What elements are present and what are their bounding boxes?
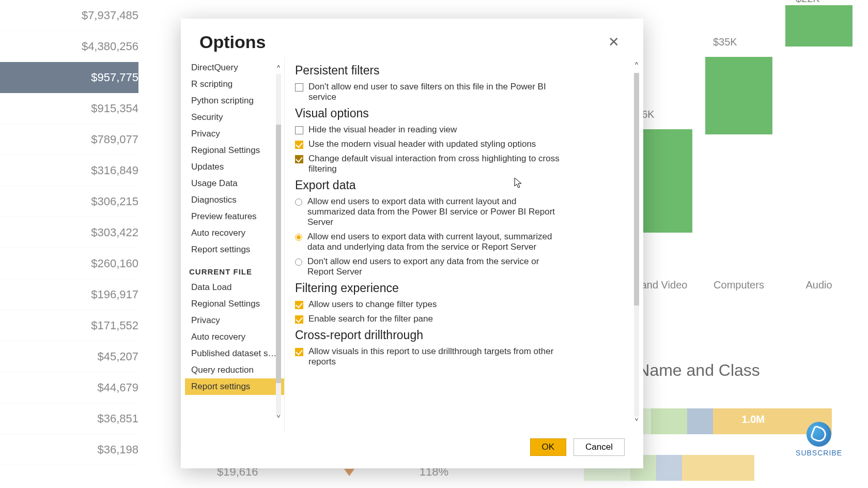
sidebar-item[interactable]: Report settings xyxy=(185,241,284,258)
axis-cat-1: Computers xyxy=(703,279,775,291)
sidebar-item[interactable]: Regional Settings xyxy=(185,142,284,159)
checkbox-modern-header[interactable]: Use the modern visual header with update… xyxy=(295,139,564,149)
sidebar-item[interactable]: Auto recovery xyxy=(185,329,284,345)
checkbox-input[interactable] xyxy=(295,155,303,163)
content-scrollbar-thumb[interactable] xyxy=(634,73,639,306)
table-row[interactable]: $44,679 xyxy=(0,372,138,403)
stacked-seg xyxy=(651,408,687,434)
sidebar-item[interactable]: Query reduction xyxy=(185,362,284,378)
content-scroll-down-icon[interactable]: ˅ xyxy=(632,417,641,429)
radio-input[interactable] xyxy=(295,234,302,241)
table-row[interactable]: $915,354 xyxy=(0,93,138,124)
dialog-footer: OK Cancel xyxy=(181,432,643,468)
checkbox-input[interactable] xyxy=(295,301,303,309)
close-button[interactable]: ✕ xyxy=(603,32,625,52)
bar-label-22k: $22K xyxy=(796,0,820,5)
sidebar-item[interactable]: Privacy xyxy=(185,126,284,142)
sidebar-item[interactable]: Diagnostics xyxy=(185,192,284,208)
checkbox-label: Change default visual interaction from c… xyxy=(308,154,564,174)
stacked-seg xyxy=(687,408,713,434)
checkbox-label: Hide the visual header in reading view xyxy=(308,125,457,135)
table-row[interactable]: $789,077 xyxy=(0,124,138,155)
checkbox-cross-filter[interactable]: Change default visual interaction from c… xyxy=(295,154,564,174)
radio-label: Allow end users to export data with curr… xyxy=(307,196,564,227)
section-filtering: Filtering experience xyxy=(295,281,630,295)
checkbox-persist-filters[interactable]: Don't allow end user to save filters on … xyxy=(295,82,564,102)
table-row[interactable]: $36,198 xyxy=(0,434,138,465)
sidebar-item[interactable]: Usage Data xyxy=(185,175,284,192)
stacked-seg xyxy=(682,455,754,481)
checkbox-input[interactable] xyxy=(295,315,303,324)
bar-computers xyxy=(705,57,772,134)
section-cross-report: Cross-report drillthrough xyxy=(295,328,630,342)
checkbox-label: Allow users to change filter types xyxy=(308,299,437,310)
radio-export-summarized[interactable]: Allow end users to export data with curr… xyxy=(295,196,564,227)
sidebar-item[interactable]: Published dataset set… xyxy=(185,345,284,362)
table-row[interactable]: $260,160 xyxy=(0,248,138,279)
dialog-header: Options ✕ xyxy=(181,19,643,57)
scroll-down-icon[interactable]: ˅ xyxy=(274,411,283,428)
sidebar-item[interactable]: Privacy xyxy=(185,312,284,329)
content-scroll-up-icon[interactable]: ˄ xyxy=(632,60,641,73)
dialog-title: Options xyxy=(199,32,266,52)
sidebar-item[interactable]: Updates xyxy=(185,159,284,175)
table-row[interactable]: $36,851 xyxy=(0,403,138,434)
table-row[interactable]: $4,380,256 xyxy=(0,31,138,62)
checkbox-input[interactable] xyxy=(295,141,303,149)
sidebar-item-report-settings[interactable]: Report settings xyxy=(185,378,284,395)
options-content: ˄ ˅ Persistent filters Don't allow end u… xyxy=(284,57,643,432)
subscribe-badge[interactable]: SUBSCRIBE xyxy=(796,422,842,457)
axis-cat-2: Audio xyxy=(788,279,850,291)
bar-audio xyxy=(785,5,853,47)
table-row[interactable]: $196,917 xyxy=(0,279,138,310)
checkbox-cross-report-drill[interactable]: Allow visuals in this report to use dril… xyxy=(295,346,564,367)
options-dialog: Options ✕ ˄ DirectQueryR scriptingPython… xyxy=(181,19,643,468)
radio-export-underlying[interactable]: Allow end users to export data with curr… xyxy=(295,232,564,252)
radio-label: Don't allow end users to export any data… xyxy=(307,256,564,277)
checkbox-input[interactable] xyxy=(295,126,303,134)
sidebar-item[interactable]: Python scripting xyxy=(185,93,284,109)
sidebar-scrollbar-thumb[interactable] xyxy=(276,125,281,383)
section-persistent-filters: Persistent filters xyxy=(295,64,630,78)
checkbox-input[interactable] xyxy=(295,83,303,91)
checkbox-filter-search[interactable]: Enable search for the filter pane xyxy=(295,314,564,324)
checkbox-label: Don't allow end user to save filters on … xyxy=(308,82,564,102)
table-row[interactable]: $171,552 xyxy=(0,310,138,341)
sidebar-item[interactable]: R scripting xyxy=(185,76,284,93)
checkbox-filter-types[interactable]: Allow users to change filter types xyxy=(295,299,564,310)
sidebar-heading-current-file: CURRENT FILE xyxy=(185,258,284,279)
left-value-table: $7,937,485$4,380,256$957,775$915,354$789… xyxy=(0,0,145,465)
subscribe-label: SUBSCRIBE xyxy=(796,449,842,457)
table-row[interactable]: $306,215 xyxy=(0,186,138,217)
dna-icon xyxy=(807,422,831,447)
table-row[interactable]: $303,422 xyxy=(0,217,138,248)
trend-down-icon xyxy=(344,469,354,476)
cancel-button[interactable]: Cancel xyxy=(574,438,625,456)
sidebar-item[interactable]: Auto recovery xyxy=(185,225,284,241)
bar-label-35k: $35K xyxy=(713,36,737,48)
table-row[interactable]: $45,207 xyxy=(0,341,138,372)
table-row[interactable]: $316,849 xyxy=(0,155,138,186)
checkbox-hide-header[interactable]: Hide the visual header in reading view xyxy=(295,125,564,135)
options-sidebar: ˄ DirectQueryR scriptingPython scripting… xyxy=(181,57,284,432)
checkbox-label: Allow visuals in this report to use dril… xyxy=(308,346,564,367)
table-row[interactable]: $957,775 xyxy=(0,62,138,93)
section-export-data: Export data xyxy=(295,178,630,192)
sidebar-item[interactable]: Regional Settings xyxy=(185,296,284,312)
radio-input[interactable] xyxy=(295,258,302,266)
sidebar-item[interactable]: DirectQuery xyxy=(185,59,284,76)
checkbox-label: Enable search for the filter pane xyxy=(308,314,433,324)
sidebar-item[interactable]: Preview features xyxy=(185,208,284,225)
ok-button[interactable]: OK xyxy=(530,438,567,456)
stacked-value: 1.0M xyxy=(742,414,765,425)
radio-label: Allow end users to export data with curr… xyxy=(307,232,564,252)
table-row[interactable]: $7,937,485 xyxy=(0,0,138,31)
radio-export-none[interactable]: Don't allow end users to export any data… xyxy=(295,256,564,277)
radio-input[interactable] xyxy=(295,199,302,206)
checkbox-input[interactable] xyxy=(295,348,303,356)
section-visual-options: Visual options xyxy=(295,106,630,120)
stacked-seg xyxy=(656,455,682,481)
sidebar-item[interactable]: Security xyxy=(185,109,284,126)
checkbox-label: Use the modern visual header with update… xyxy=(308,139,536,149)
sidebar-item[interactable]: Data Load xyxy=(185,279,284,296)
